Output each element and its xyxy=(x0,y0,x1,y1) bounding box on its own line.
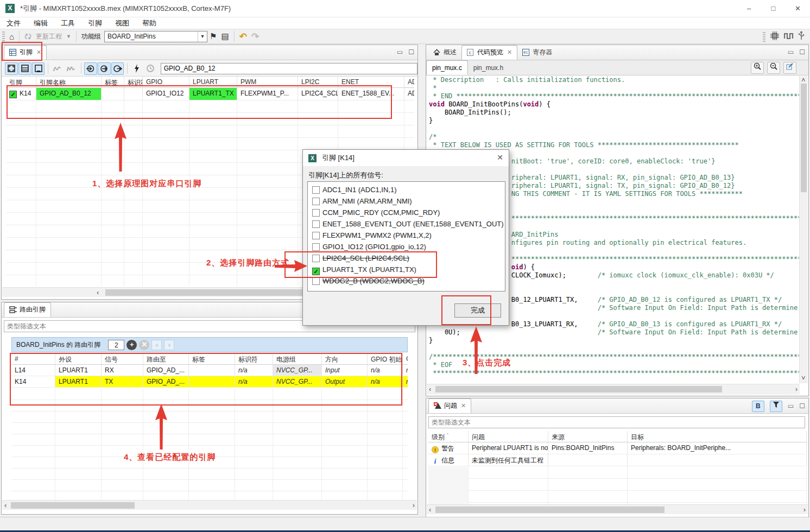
home-icon xyxy=(433,49,441,56)
maximize-view-icon[interactable]: ☐ xyxy=(799,401,805,412)
route-out-icon[interactable] xyxy=(111,62,124,75)
tab-registers[interactable]: 01 寄存器 xyxy=(517,45,557,60)
scroll-right-icon[interactable]: › xyxy=(413,501,415,510)
scroll-left-icon[interactable]: ‹ xyxy=(429,385,431,394)
dialog-signal-item[interactable]: ARM_NMI (ARM,ARM_NMI) xyxy=(308,195,505,207)
scroll-right-icon[interactable]: › xyxy=(803,505,806,514)
signal-checkbox[interactable] xyxy=(312,243,320,251)
tab-pin-mux-h[interactable]: pin_mux.h xyxy=(468,60,509,75)
menu-tools[interactable]: 工具 xyxy=(54,17,81,29)
column-header[interactable]: 级别ˆ xyxy=(428,431,469,442)
dialog-signal-item[interactable]: GPIO1_IO12 (GPIO1,gpio_io,12) xyxy=(308,241,505,252)
scrollbar-thumb[interactable] xyxy=(801,84,807,192)
undo-icon[interactable]: ↶ xyxy=(239,31,247,42)
remove-pin-button[interactable]: ✕ xyxy=(139,340,149,350)
problems-hscrollbar[interactable]: ‹ › xyxy=(427,504,808,514)
mcu-chip-icon[interactable] xyxy=(770,31,780,42)
update-project-button[interactable]: 更新工程 xyxy=(36,32,62,41)
status-bar xyxy=(0,517,810,530)
package-top-view-icon[interactable] xyxy=(18,62,31,75)
minimize-view-icon[interactable]: ▭ xyxy=(788,48,794,56)
close-icon[interactable]: ✕ xyxy=(461,402,466,409)
tab-code-preview[interactable]: c 代码预览 ✕ xyxy=(461,45,517,60)
column-header[interactable]: 来源 xyxy=(548,431,628,442)
show-backlog-button[interactable]: B xyxy=(752,401,764,412)
dialog-signal-item[interactable]: ENET_1588_EVENT1_OUT (ENET,1588_EVENT1_O… xyxy=(308,218,505,230)
clock-icon[interactable] xyxy=(144,62,157,75)
scroll-left-icon[interactable]: ‹ xyxy=(97,288,99,297)
close-icon[interactable]: ✕ xyxy=(507,49,512,56)
column-header[interactable]: ADC xyxy=(404,77,414,87)
dialog-signal-item[interactable]: CCM_PMIC_RDY (CCM,PMIC_RDY) xyxy=(308,207,505,218)
zoom-out-icon[interactable] xyxy=(767,62,780,74)
menu-file[interactable]: 文件 xyxy=(0,17,27,29)
filter-funnel-icon[interactable] xyxy=(770,401,782,412)
tab-routed-pins[interactable]: 路由引脚 xyxy=(4,302,51,317)
tab-problems[interactable]: 问题 ✕ xyxy=(428,398,471,413)
move-down-button[interactable]: ∨ xyxy=(164,340,174,350)
dialog-signal-item[interactable]: ADC1_IN1 (ADC1,IN,1) xyxy=(308,184,505,195)
routed-header-bar: BOARD_InitPins 的 路由引脚 2 + ✕ ∧ ∨ xyxy=(11,337,408,352)
column-header[interactable]: 问题 xyxy=(469,431,548,442)
redo-icon[interactable]: ↷ xyxy=(251,31,259,42)
functional-group-combo[interactable]: BOARD_InitPins ▼ xyxy=(104,31,207,42)
lightning-icon[interactable] xyxy=(130,62,143,75)
scroll-left-icon[interactable]: ‹ xyxy=(429,505,431,514)
trace-icon[interactable] xyxy=(784,32,794,41)
edit-export-icon[interactable] xyxy=(783,62,796,74)
maximize-view-icon[interactable]: ☐ xyxy=(799,48,805,56)
scrollbar-thumb[interactable] xyxy=(11,502,135,509)
scroll-right-icon[interactable]: › xyxy=(795,385,798,394)
column-header[interactable]: 目标 xyxy=(628,431,807,442)
wave-multi-icon[interactable] xyxy=(65,62,78,75)
update-project-icon: 🗘 xyxy=(24,33,31,41)
scroll-left-icon[interactable]: ‹ xyxy=(4,501,7,510)
add-pin-button[interactable]: + xyxy=(126,340,137,350)
scrollbar-thumb[interactable] xyxy=(435,386,722,392)
dialog-signal-item[interactable]: FLEXPWM1_PWMX2 (PWM1,X,2) xyxy=(308,230,505,241)
update-project-dropdown-icon[interactable]: ▼ xyxy=(66,34,71,39)
package-view-icon[interactable] xyxy=(5,62,18,75)
signal-checkbox[interactable] xyxy=(312,198,320,205)
notes-icon[interactable]: ▤ xyxy=(221,31,229,41)
table-row[interactable]: !警告Peripheral LPUART1 is not initia...Pi… xyxy=(428,442,807,454)
maximize-view-icon[interactable]: ☐ xyxy=(408,48,414,56)
package-bottom-view-icon[interactable] xyxy=(32,62,45,75)
code-hscrollbar[interactable]: ‹ › xyxy=(427,384,800,395)
signal-checkbox[interactable] xyxy=(312,186,320,194)
code-vscrollbar[interactable]: ˄ ˅ xyxy=(799,76,808,383)
flag-icon[interactable]: ⚑ xyxy=(210,31,217,41)
move-up-button[interactable]: ∧ xyxy=(151,340,162,350)
menu-view[interactable]: 视图 xyxy=(109,17,136,29)
zoom-in-icon[interactable] xyxy=(751,62,764,74)
menu-help[interactable]: 帮助 xyxy=(136,17,163,29)
maximize-button[interactable]: □ xyxy=(761,0,786,17)
minimize-button[interactable]: – xyxy=(737,0,761,17)
route-through-icon[interactable] xyxy=(98,62,111,75)
chevron-down-icon[interactable]: ▼ xyxy=(198,31,207,42)
tab-overview[interactable]: 概述 xyxy=(428,45,461,60)
minimize-view-icon[interactable]: ▭ xyxy=(788,401,794,412)
signal-checkbox[interactable] xyxy=(312,209,320,217)
signal-checkbox[interactable] xyxy=(312,220,320,228)
usb-icon[interactable] xyxy=(798,31,805,42)
wave-single-icon[interactable] xyxy=(51,62,64,75)
close-button[interactable]: ✕ xyxy=(786,0,810,17)
scroll-down-icon[interactable]: ˅ xyxy=(801,374,806,383)
home-icon[interactable]: ⌂ xyxy=(9,32,14,41)
scrollbar-thumb[interactable] xyxy=(435,506,665,513)
routed-hscrollbar[interactable]: ‹ › xyxy=(2,500,417,510)
route-in-icon[interactable] xyxy=(84,62,97,75)
signal-checkbox[interactable] xyxy=(312,277,320,285)
menu-edit[interactable]: 编辑 xyxy=(27,17,54,29)
minimize-view-icon[interactable]: ▭ xyxy=(397,48,403,56)
signal-checkbox[interactable] xyxy=(312,232,320,239)
toolbar-separator xyxy=(234,31,235,42)
pin-search-input[interactable] xyxy=(161,63,417,74)
column-header[interactable]: GPIO xyxy=(403,353,408,364)
close-icon[interactable]: ✕ xyxy=(497,153,503,162)
table-row[interactable]: i信息未监测到任何工具链工程 xyxy=(428,454,807,466)
problems-filter-input[interactable] xyxy=(428,416,805,428)
tab-pin-mux-c[interactable]: pin_mux.c xyxy=(426,60,468,75)
menu-pins[interactable]: 引脚 xyxy=(81,17,109,29)
